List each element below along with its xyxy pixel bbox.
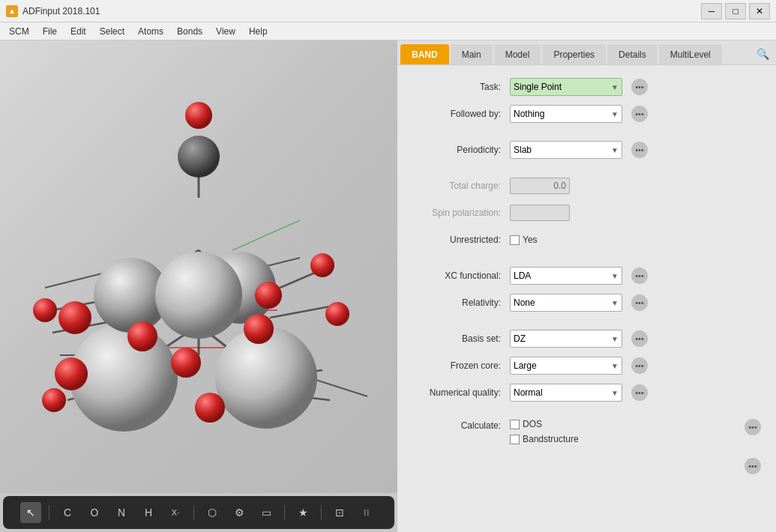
dos-checkbox[interactable] <box>510 420 520 429</box>
followed-dropdown[interactable]: Nothing ▼ <box>510 105 622 123</box>
menu-help[interactable]: Help <box>243 25 274 38</box>
xc-functional-dropdown-arrow: ▼ <box>611 272 619 280</box>
toolbar-separator-1 <box>49 505 49 520</box>
menu-atoms[interactable]: Atoms <box>132 25 169 38</box>
menu-bar: SCM File Edit Select Atoms Bonds View He… <box>0 22 776 40</box>
svg-point-24 <box>215 327 317 429</box>
basis-set-dropdown[interactable]: DZ ▼ <box>510 330 622 348</box>
total-charge-input[interactable] <box>510 178 570 194</box>
select-tool-button[interactable]: ↖ <box>20 502 41 523</box>
oxygen-tool-button[interactable]: O <box>84 502 105 523</box>
xc-functional-label: XC functional: <box>412 270 510 281</box>
svg-point-27 <box>58 301 91 334</box>
basis-set-row: Basis set: DZ ▼ ••• <box>412 329 761 348</box>
xc-functional-dropdown[interactable]: LDA ▼ <box>510 267 622 285</box>
spin-polarization-row: Spin polarization: <box>412 203 761 223</box>
menu-edit[interactable]: Edit <box>64 25 92 38</box>
viewport[interactable] <box>0 40 397 493</box>
followed-value: Nothing <box>514 109 544 119</box>
task-dropdown[interactable]: Single Point ▼ <box>510 78 622 96</box>
crystal-tool-button[interactable]: ⊡ <box>329 502 350 523</box>
rect-tool-button[interactable]: ▭ <box>256 502 277 523</box>
tab-model[interactable]: Model <box>494 44 541 64</box>
basis-set-label: Basis set: <box>412 333 510 344</box>
unrestricted-checkbox-row: Yes <box>510 235 538 245</box>
svg-point-29 <box>127 321 157 351</box>
tab-multilevel[interactable]: MultiLevel <box>659 44 722 64</box>
tab-main[interactable]: Main <box>451 44 493 64</box>
basis-set-more-button[interactable]: ••• <box>631 330 648 347</box>
unrestricted-checkbox[interactable] <box>510 235 520 245</box>
tab-properties[interactable]: Properties <box>542 44 606 64</box>
tab-details[interactable]: Details <box>607 44 658 64</box>
toolbar-separator-2 <box>193 505 194 520</box>
minimize-button[interactable]: ─ <box>701 3 722 19</box>
carbon-tool-button[interactable]: C <box>57 502 78 523</box>
bandstructure-row: Bandstructure <box>510 434 579 444</box>
dos-label: DOS <box>523 419 542 429</box>
followed-dropdown-arrow: ▼ <box>611 110 619 118</box>
relativity-dropdown[interactable]: None ▼ <box>510 294 622 312</box>
relativity-label: Relativity: <box>412 297 510 308</box>
followed-label: Followed by: <box>412 109 510 119</box>
toolbar-separator-4 <box>321 505 322 520</box>
svg-point-33 <box>195 393 225 423</box>
star-tool-button[interactable]: ★ <box>292 502 313 523</box>
menu-view[interactable]: View <box>210 25 241 38</box>
hydrogen-tool-button[interactable]: H <box>138 502 159 523</box>
numerical-quality-row: Numerical quality: Normal ▼ ••• <box>412 383 761 402</box>
task-more-button[interactable]: ••• <box>631 79 648 95</box>
bottom-toolbar: ↖ C O N H X· ⬡ ⚙ ▭ ★ ⊡ ⁞⁞ <box>3 496 394 529</box>
menu-bonds[interactable]: Bonds <box>171 25 208 38</box>
maximize-button[interactable]: □ <box>725 3 746 19</box>
spin-polarization-input[interactable] <box>510 205 570 221</box>
task-row: Task: Single Point ▼ ••• <box>412 77 761 97</box>
menu-select[interactable]: Select <box>94 25 130 38</box>
app-title: ADFinput 2018.101 <box>22 6 100 16</box>
unrestricted-control-wrap: Yes <box>510 235 761 245</box>
numerical-quality-more-button[interactable]: ••• <box>631 384 648 401</box>
periodic-tool-button[interactable]: ⁞⁞ <box>356 502 377 523</box>
task-value: Single Point <box>514 82 562 92</box>
relativity-control-wrap: None ▼ ••• <box>510 294 761 312</box>
title-bar: ▲ ADFinput 2018.101 ─ □ ✕ <box>0 0 776 22</box>
close-button[interactable]: ✕ <box>749 3 770 19</box>
numerical-quality-dropdown[interactable]: Normal ▼ <box>510 384 622 402</box>
tab-band[interactable]: BAND <box>400 44 449 64</box>
basis-set-value: DZ <box>514 333 526 344</box>
frozen-core-dropdown[interactable]: Large ▼ <box>510 357 622 375</box>
svg-line-12 <box>270 306 330 318</box>
dos-more-button[interactable]: ••• <box>745 419 761 435</box>
menu-scm[interactable]: SCM <box>3 25 35 38</box>
settings-tool-button[interactable]: ⚙ <box>229 502 250 523</box>
svg-point-38 <box>42 388 66 412</box>
menu-file[interactable]: File <box>37 25 63 38</box>
relativity-dropdown-arrow: ▼ <box>611 299 619 307</box>
periodicity-value: Slab <box>514 145 532 155</box>
gap-4 <box>412 320 761 329</box>
unrestricted-row: Unrestricted: Yes <box>412 230 761 250</box>
dos-row: DOS <box>510 419 542 429</box>
svg-point-35 <box>178 136 220 178</box>
followed-more-button[interactable]: ••• <box>631 106 648 122</box>
bandstructure-more-button[interactable]: ••• <box>745 458 761 474</box>
periodicity-more-button[interactable]: ••• <box>631 142 648 158</box>
nitrogen-tool-button[interactable]: N <box>111 502 132 523</box>
bandstructure-checkbox[interactable] <box>510 435 520 444</box>
frozen-core-more-button[interactable]: ••• <box>631 357 648 374</box>
calculate-control-wrap: DOS Bandstructure <box>510 419 736 444</box>
xc-functional-control-wrap: LDA ▼ ••• <box>510 267 761 285</box>
relativity-more-button[interactable]: ••• <box>631 294 648 311</box>
periodicity-dropdown-arrow: ▼ <box>611 146 619 154</box>
search-tab-button[interactable]: 🔍 <box>752 43 773 64</box>
periodicity-dropdown[interactable]: Slab ▼ <box>510 141 622 159</box>
ring-tool-button[interactable]: ⬡ <box>202 502 223 523</box>
frozen-core-label: Frozen core: <box>412 360 510 371</box>
calculate-more-buttons: ••• ••• <box>740 419 761 474</box>
task-control-wrap: Single Point ▼ ••• <box>510 78 761 96</box>
gap-3 <box>412 257 761 266</box>
xc-functional-more-button[interactable]: ••• <box>631 267 648 284</box>
window-controls: ─ □ ✕ <box>701 3 770 19</box>
x-tool-button[interactable]: X· <box>165 502 186 523</box>
unrestricted-yes-label: Yes <box>523 235 538 245</box>
